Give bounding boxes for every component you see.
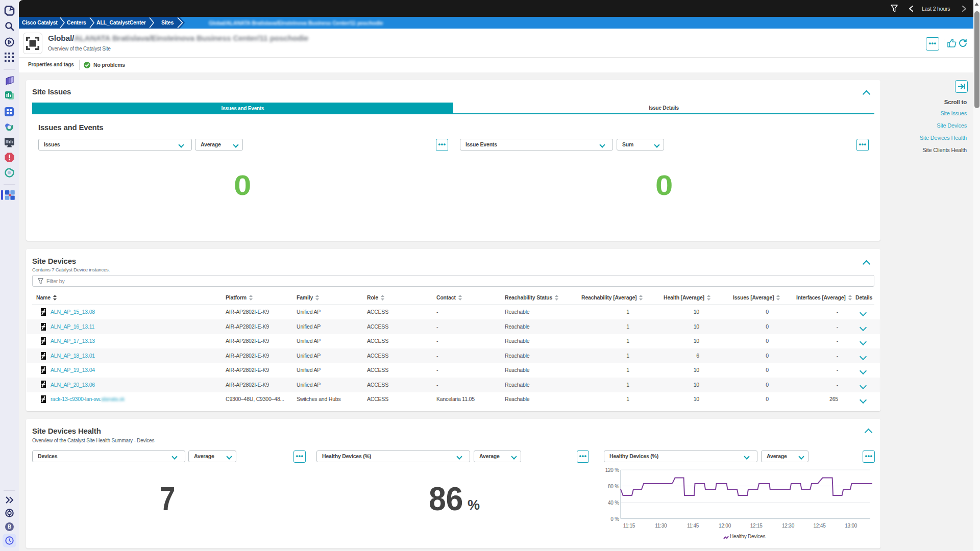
svg-text:Healthy Devices: Healthy Devices bbox=[730, 534, 765, 539]
svg-text:12:30: 12:30 bbox=[782, 523, 795, 529]
svg-text:11:15: 11:15 bbox=[623, 523, 635, 529]
svg-text:40 %: 40 % bbox=[608, 500, 619, 506]
svg-text:120 %: 120 % bbox=[605, 467, 620, 473]
svg-text:13:00: 13:00 bbox=[845, 523, 857, 529]
svg-text:12:00: 12:00 bbox=[719, 523, 731, 529]
svg-text:12:15: 12:15 bbox=[750, 523, 763, 529]
svg-text:11:45: 11:45 bbox=[687, 523, 699, 529]
svg-text:12:45: 12:45 bbox=[813, 523, 826, 529]
svg-text:80 %: 80 % bbox=[608, 484, 619, 489]
svg-text:0 %: 0 % bbox=[610, 516, 619, 522]
svg-text:11:30: 11:30 bbox=[655, 523, 667, 529]
